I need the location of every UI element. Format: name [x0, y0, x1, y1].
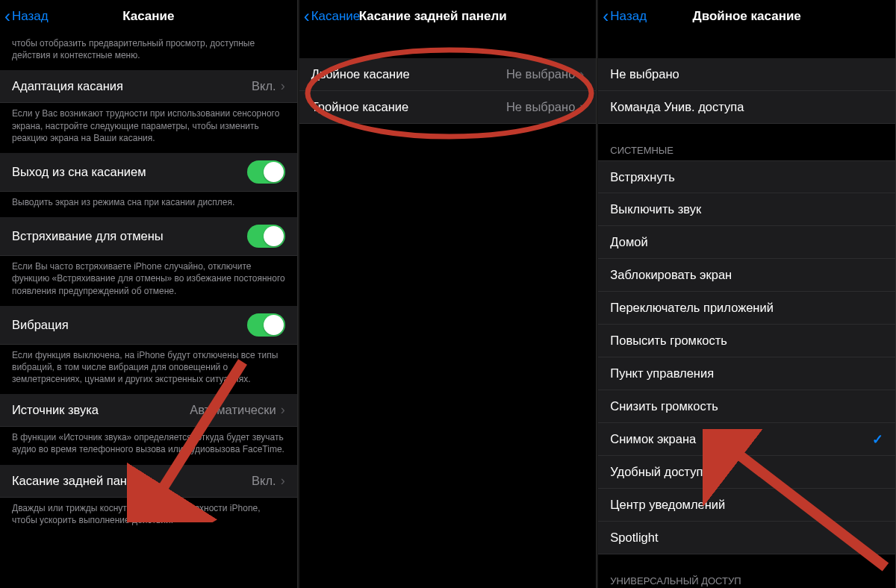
pane-back-tap: ‹ Касание Касание задней панели Двойное …: [299, 0, 597, 588]
back-button[interactable]: ‹ Назад: [4, 7, 49, 25]
double-tap-row[interactable]: Двойное касание Не выбрано ›: [299, 58, 597, 91]
back-tap-footer: Дважды или трижды коснуться задней повер…: [0, 498, 297, 535]
nav-bar: ‹ Назад Двойное касание: [598, 0, 895, 33]
system-option[interactable]: Удобный доступ: [598, 456, 895, 489]
chevron-left-icon: ‹: [4, 7, 10, 25]
page-title: Касание задней панели: [359, 9, 597, 24]
back-button[interactable]: ‹ Касание: [304, 7, 361, 25]
tap-to-wake-footer: Выводить экран из режима сна при касании…: [0, 192, 297, 217]
shake-to-undo-footer: Если Вы часто встряхиваете iPhone случай…: [0, 256, 297, 306]
row-label: Пункт управления: [610, 366, 883, 381]
audio-routing-row[interactable]: Источник звука Автоматически ›: [0, 394, 297, 427]
row-detail: Вкл.: [252, 474, 276, 488]
row-label: Повысить громкость: [610, 334, 883, 348]
toggle-on-icon[interactable]: [247, 313, 285, 337]
triple-tap-row[interactable]: Тройное касание Не выбрано ›: [299, 91, 597, 124]
nav-bar: ‹ Назад Касание: [0, 0, 297, 33]
row-label: Источник звука: [12, 403, 190, 417]
toggle-on-icon[interactable]: [247, 225, 285, 248]
pane-double-tap: ‹ Назад Двойное касание Не выбрано Коман…: [598, 0, 896, 588]
system-option[interactable]: Выключить звук: [598, 193, 895, 226]
chevron-left-icon: ‹: [603, 7, 609, 25]
system-options-list: ВстряхнутьВыключить звукДомойЗаблокирова…: [598, 160, 895, 554]
row-label: Снизить громкость: [610, 399, 883, 413]
row-label: Команда Унив. доступа: [610, 100, 883, 114]
row-label: Домой: [610, 235, 883, 249]
vibration-row[interactable]: Вибрация: [0, 306, 297, 345]
row-label: Встряхнуть: [610, 170, 883, 184]
section-header-accessibility: УНИВЕРСАЛЬНЫЙ ДОСТУП: [598, 571, 895, 588]
row-label: Удобный доступ: [610, 465, 883, 479]
chevron-right-icon: ›: [579, 99, 584, 115]
chevron-left-icon: ‹: [304, 7, 310, 25]
system-option[interactable]: Spotlight: [598, 522, 895, 554]
system-option[interactable]: Снизить громкость: [598, 390, 895, 423]
system-option[interactable]: Домой: [598, 226, 895, 259]
system-option[interactable]: Пункт управления: [598, 357, 895, 390]
row-label: Касание задней панели: [12, 474, 252, 488]
checkmark-icon: ✓: [872, 431, 883, 448]
option-none[interactable]: Не выбрано: [598, 58, 895, 91]
content-scroll[interactable]: Двойное касание Не выбрано › Тройное кас…: [299, 33, 597, 588]
touch-accommodation-footer: Если у Вас возникают трудности при испол…: [0, 103, 297, 153]
audio-routing-footer: В функции «Источник звука» определяется,…: [0, 427, 297, 464]
shake-to-undo-row[interactable]: Встряхивание для отмены: [0, 217, 297, 256]
back-button[interactable]: ‹ Назад: [603, 7, 647, 25]
chevron-right-icon: ›: [579, 66, 584, 82]
tap-to-wake-row[interactable]: Выход из сна касанием: [0, 153, 297, 192]
back-label: Назад: [610, 9, 647, 24]
back-label: Назад: [12, 9, 49, 24]
row-detail: Вкл.: [252, 79, 276, 93]
chevron-right-icon: ›: [281, 78, 285, 94]
row-label: Выход из сна касанием: [12, 165, 247, 179]
row-label: Встряхивание для отмены: [12, 229, 247, 243]
vibration-footer: Если функция выключена, на iPhone будут …: [0, 345, 297, 395]
touch-accommodation-row[interactable]: Адаптация касания Вкл. ›: [0, 70, 297, 103]
back-label: Касание: [311, 9, 361, 24]
content-scroll[interactable]: Не выбрано Команда Унив. доступа СИСТЕМН…: [598, 33, 895, 588]
system-option[interactable]: Повысить громкость: [598, 325, 895, 357]
row-detail: Автоматически: [190, 403, 276, 417]
system-option[interactable]: Снимок экрана✓: [598, 423, 895, 456]
row-label: Тройное касание: [311, 100, 506, 114]
intro-footer: чтобы отобразить предварительный просмот…: [0, 33, 297, 70]
system-option[interactable]: Заблокировать экран: [598, 259, 895, 292]
row-label: Вибрация: [12, 318, 247, 332]
section-header-system: СИСТЕМНЫЕ: [598, 140, 895, 160]
row-label: Адаптация касания: [12, 79, 252, 93]
pane-touch: ‹ Назад Касание чтобы отобразить предвар…: [0, 0, 298, 588]
row-detail: Не выбрано: [506, 100, 575, 114]
row-label: Spotlight: [610, 531, 883, 545]
row-detail: Не выбрано: [506, 67, 575, 81]
system-option[interactable]: Переключатель приложений: [598, 292, 895, 325]
row-label: Центр уведомлений: [610, 498, 883, 512]
row-label: Заблокировать экран: [610, 268, 883, 282]
row-label: Снимок экрана: [610, 432, 872, 446]
system-option[interactable]: Встряхнуть: [598, 160, 895, 193]
chevron-right-icon: ›: [281, 473, 285, 489]
chevron-right-icon: ›: [281, 402, 285, 418]
system-option[interactable]: Центр уведомлений: [598, 489, 895, 522]
row-label: Не выбрано: [610, 67, 883, 81]
option-accessibility-shortcut[interactable]: Команда Унив. доступа: [598, 91, 895, 124]
row-label: Двойное касание: [311, 67, 506, 81]
row-label: Выключить звук: [610, 202, 883, 216]
nav-bar: ‹ Касание Касание задней панели: [299, 0, 597, 33]
back-tap-row[interactable]: Касание задней панели Вкл. ›: [0, 465, 297, 498]
row-label: Переключатель приложений: [610, 301, 883, 315]
content-scroll[interactable]: чтобы отобразить предварительный просмот…: [0, 33, 297, 588]
toggle-on-icon[interactable]: [247, 160, 285, 184]
